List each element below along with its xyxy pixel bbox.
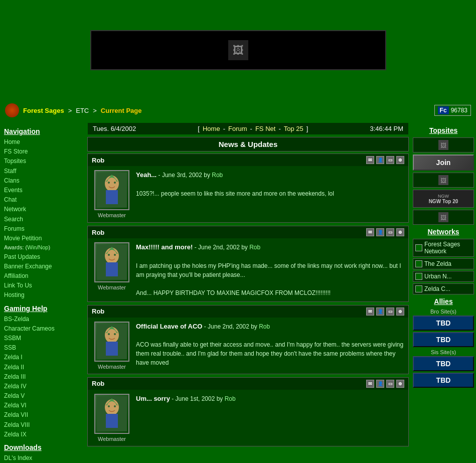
post-icon-profile-4[interactable]: 👤: [376, 380, 384, 388]
sidebar-item-zelda9[interactable]: Zelda IX: [4, 430, 81, 439]
sidebar-item-forums[interactable]: Forums: [4, 224, 81, 234]
time-display: 3:46:44 PM: [370, 125, 403, 132]
center-content: Tues. 6/4/2002 [ Home - Forum - FS Net -…: [85, 120, 411, 463]
post-icon-email-4[interactable]: ✉: [366, 380, 374, 388]
post-icon-pm-4[interactable]: ▭: [386, 380, 394, 388]
post-icon-pm-1[interactable]: ▭: [386, 156, 394, 164]
network-label-4: Zelda C...: [424, 285, 450, 292]
post-box-1: Rob ✉ 👤 ▭ ⊕: [87, 153, 409, 223]
post-author-link-4[interactable]: Rob: [225, 395, 236, 402]
network-item-1[interactable]: Forest Sages Network: [413, 239, 474, 257]
nav-top25-link[interactable]: Top 25: [284, 125, 303, 132]
post-avatar-1: [94, 170, 129, 210]
post-icon-pm-3[interactable]: ▭: [386, 307, 394, 316]
post-icons-2: ✉ 👤 ▭ ⊕: [366, 228, 404, 236]
breadcrumb: Forest Sages > ETC > Current Page: [5, 103, 141, 117]
sidebar-item-zelda4[interactable]: Zelda IV: [4, 382, 81, 391]
sidebar-item-dlindex[interactable]: DL's Index: [4, 453, 81, 463]
sidebar-item-zelda8[interactable]: Zelda VIII: [4, 420, 81, 430]
sidebar-item-zelda2[interactable]: Zelda II: [4, 363, 81, 372]
post-icon-more-3[interactable]: ⊕: [396, 307, 404, 316]
sis-item-1[interactable]: TBD: [413, 356, 474, 371]
nav-fsnet-link[interactable]: FS Net: [255, 125, 275, 132]
sidebar-item-linkto[interactable]: Link To Us: [4, 281, 81, 290]
sidebar-item-ssbm[interactable]: SSBM: [4, 334, 81, 343]
awards-nop-link[interactable]: Nop: [38, 244, 48, 250]
post-avatar-4: [94, 394, 129, 434]
post-icons-3: ✉ 👤 ▭ ⊕: [366, 307, 404, 316]
poster-name-1: Rob: [92, 157, 104, 164]
svg-rect-12: [106, 262, 118, 276]
sidebar-item-character-cameos[interactable]: Character Cameos: [4, 324, 81, 334]
downloads-title: Downloads: [4, 443, 81, 451]
topsites-item-3[interactable]: 🖼: [413, 210, 474, 225]
sidebar-item-events[interactable]: Events: [4, 186, 81, 195]
sidebar-item-home[interactable]: Home: [4, 137, 81, 147]
dash2: -: [250, 125, 252, 132]
sidebar-item-chat[interactable]: Chat: [4, 195, 81, 205]
post-icon-profile-2[interactable]: 👤: [376, 228, 384, 236]
sidebar-item-petition[interactable]: Movie Petition: [4, 234, 81, 243]
sidebar-item-zelda7[interactable]: Zelda VII: [4, 410, 81, 420]
sidebar-item-banner-exchange[interactable]: Banner Exchange: [4, 262, 81, 271]
post-icon-email-3[interactable]: ✉: [366, 307, 374, 316]
bro-item-2[interactable]: TBD: [413, 332, 474, 347]
sidebar-item-affiliation[interactable]: Affiliation: [4, 271, 81, 281]
join-button[interactable]: Join: [413, 155, 474, 171]
post-icon-email-2[interactable]: ✉: [366, 228, 374, 236]
post-icon-profile-1[interactable]: 👤: [376, 156, 384, 164]
sidebar-item-zelda6[interactable]: Zelda VI: [4, 401, 81, 410]
sidebar-item-network[interactable]: Network: [4, 205, 81, 214]
post-author-link-2[interactable]: Rob: [249, 244, 260, 251]
topsites-icon-2: 🖼: [438, 175, 448, 185]
sidebar-item-topsites[interactable]: Topsites: [4, 157, 81, 166]
post-avatar-col-2: Webmaster: [92, 242, 132, 297]
network-item-4[interactable]: Zelda C...: [413, 283, 474, 294]
breadcrumb-home-link[interactable]: Forest Sages: [23, 107, 64, 114]
post-author-link-3[interactable]: Rob: [259, 323, 270, 330]
sidebar-item-past-updates[interactable]: Past Updates: [4, 252, 81, 262]
awards-win-link[interactable]: Win: [27, 244, 37, 250]
post-body-text-3: ACO was finally able to get their access…: [136, 341, 403, 366]
sidebar-item-awards: Awards: (Win/Nop): [4, 243, 81, 252]
post-author-link-1[interactable]: Rob: [212, 172, 223, 179]
sis-item-2[interactable]: TBD: [413, 373, 474, 388]
ngw-top20-badge[interactable]: NGW NGW Top 20: [413, 190, 474, 208]
sidebar-item-ssb[interactable]: SSB: [4, 343, 81, 353]
breadcrumb-sep2: >: [93, 107, 97, 114]
post-role-1: Webmaster: [98, 212, 126, 218]
post-date-2: - June 2nd, 2002 by: [195, 244, 249, 251]
sidebar-item-bszelda[interactable]: BS-Zelda: [4, 315, 81, 324]
post-box-2: Rob ✉ 👤 ▭ ⊕: [87, 226, 409, 302]
sidebar-item-staff[interactable]: Staff: [4, 167, 81, 176]
network-icon-3: [415, 273, 422, 280]
bro-item-1[interactable]: TBD: [413, 316, 474, 331]
network-item-3[interactable]: Urban N...: [413, 271, 474, 282]
nav-home-link[interactable]: Home: [203, 125, 220, 132]
post-icon-more-1[interactable]: ⊕: [396, 156, 404, 164]
post-body-4: Webmaster Um... sorry - June 1st, 2002 b…: [88, 390, 408, 446]
sidebar-item-zelda3[interactable]: Zelda III: [4, 372, 81, 382]
sidebar-item-hosting[interactable]: Hosting: [4, 290, 81, 300]
post-icon-profile-3[interactable]: 👤: [376, 307, 384, 316]
nav-forum-link[interactable]: Forum: [228, 125, 247, 132]
banner-area: 🖼: [0, 0, 476, 100]
svg-point-15: [114, 254, 116, 256]
post-icon-email-1[interactable]: ✉: [366, 156, 374, 164]
post-header-4: Rob ✉ 👤 ▭ ⊕: [88, 378, 408, 390]
sidebar-item-zelda5[interactable]: Zelda V: [4, 391, 81, 401]
topsites-item-2[interactable]: 🖼: [413, 173, 474, 188]
network-item-2[interactable]: The Zelda: [413, 258, 474, 269]
svg-point-28: [108, 405, 110, 407]
ngw-label: NGW Top 20: [429, 199, 458, 204]
sidebar-item-search[interactable]: Search: [4, 215, 81, 224]
post-icon-more-4[interactable]: ⊕: [396, 380, 404, 388]
sidebar-item-fsstore[interactable]: FS Store: [4, 147, 81, 157]
post-icon-more-2[interactable]: ⊕: [396, 228, 404, 236]
topsites-item-1[interactable]: 🖼: [413, 137, 474, 152]
date-display: Tues. 6/4/2002: [93, 125, 136, 132]
sidebar-item-zelda1[interactable]: Zelda I: [4, 353, 81, 362]
sidebar-item-clans[interactable]: Clans: [4, 176, 81, 186]
post-icon-pm-2[interactable]: ▭: [386, 228, 394, 236]
post-header-1: Rob ✉ 👤 ▭ ⊕: [88, 154, 408, 166]
